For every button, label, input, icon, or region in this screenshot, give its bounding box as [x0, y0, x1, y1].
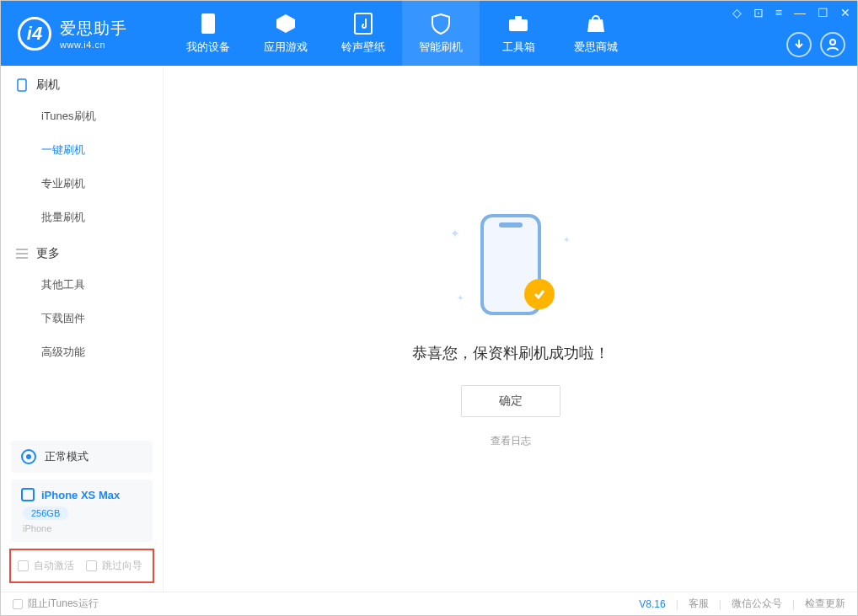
svg-rect-3 — [515, 16, 522, 19]
sparkle-icon: ✦ — [450, 227, 460, 240]
shield-icon — [430, 13, 452, 35]
phone-icon — [21, 488, 35, 501]
app-header: i4 爱思助手 www.i4.cn 我的设备 应用游戏 铃声壁纸 智能刷机 工具… — [1, 1, 857, 66]
svg-point-4 — [830, 40, 835, 45]
version-label: V8.16 — [639, 598, 665, 610]
sidebar-section-flash: 刷机 — [1, 66, 163, 99]
maximize-button[interactable]: ☐ — [818, 6, 829, 19]
sidebar-item-other-tools[interactable]: 其他工具 — [41, 268, 163, 302]
checkbox-skip-guide[interactable]: 跳过向导 — [86, 559, 142, 573]
checkbox-row-highlighted: 自动激活 跳过向导 — [9, 549, 154, 583]
toolbox-icon — [507, 13, 529, 35]
close-button[interactable]: ✕ — [840, 6, 850, 19]
svg-rect-2 — [509, 19, 528, 31]
sidebar-section-more: 更多 — [1, 234, 163, 268]
user-button[interactable] — [820, 32, 845, 57]
check-badge-icon — [524, 279, 555, 309]
device-name: iPhone XS Max — [41, 489, 120, 501]
mode-icon — [21, 449, 36, 464]
sidebar-items-more: 其他工具 下载固件 高级功能 — [1, 268, 163, 369]
check-update-link[interactable]: 检查更新 — [805, 597, 845, 611]
footer-left: 阻止iTunes运行 — [13, 597, 99, 611]
svg-rect-5 — [18, 79, 26, 91]
sidebar: 刷机 iTunes刷机 一键刷机 专业刷机 批量刷机 更多 其他工具 下载固件 … — [1, 66, 164, 592]
tab-label: 应用游戏 — [264, 40, 308, 55]
checkbox-icon — [13, 599, 23, 609]
app-name: 爱思助手 — [60, 18, 127, 40]
window-controls: ◇ ⊡ ≡ — ☐ ✕ — [732, 6, 850, 19]
sidebar-item-batch-flash[interactable]: 批量刷机 — [41, 201, 163, 234]
sparkle-icon: ✦ — [457, 293, 464, 303]
checkbox-block-itunes[interactable]: 阻止iTunes运行 — [13, 597, 99, 611]
footer: 阻止iTunes运行 V8.16 | 客服 | 微信公众号 | 检查更新 — [1, 592, 857, 615]
success-message: 恭喜您，保资料刷机成功啦！ — [412, 343, 609, 363]
sidebar-item-itunes-flash[interactable]: iTunes刷机 — [41, 99, 163, 133]
tab-apps-games[interactable]: 应用游戏 — [247, 1, 324, 66]
success-illustration: ✦ ✦ ✦ — [426, 210, 595, 319]
sidebar-item-advanced[interactable]: 高级功能 — [41, 335, 163, 369]
tab-ringtone-wallpaper[interactable]: 铃声壁纸 — [324, 1, 402, 66]
ok-button[interactable]: 确定 — [461, 385, 560, 417]
separator: | — [792, 598, 795, 610]
bag-icon — [585, 13, 607, 35]
phone-outline-icon — [16, 79, 28, 91]
section-title: 更多 — [36, 246, 60, 261]
checkbox-label: 跳过向导 — [102, 559, 142, 573]
shirt-icon[interactable]: ◇ — [732, 6, 742, 19]
tab-label: 智能刷机 — [419, 40, 463, 55]
tab-smart-flash[interactable]: 智能刷机 — [402, 1, 480, 66]
footer-right: V8.16 | 客服 | 微信公众号 | 检查更新 — [639, 597, 845, 611]
tab-label: 铃声壁纸 — [341, 40, 385, 55]
lock-icon[interactable]: ⊡ — [753, 6, 764, 19]
customer-service-link[interactable]: 客服 — [689, 597, 709, 611]
app-url: www.i4.cn — [60, 40, 127, 50]
separator: | — [676, 598, 678, 610]
device-icon — [197, 13, 219, 35]
device-type: iPhone — [23, 523, 142, 533]
music-icon — [352, 13, 374, 35]
tab-toolbox[interactable]: 工具箱 — [480, 1, 557, 66]
view-log-link[interactable]: 查看日志 — [491, 434, 531, 448]
storage-badge: 256GB — [23, 506, 68, 520]
download-button[interactable] — [786, 32, 812, 57]
logo-area: i4 爱思助手 www.i4.cn — [1, 17, 169, 51]
tab-label: 工具箱 — [502, 40, 535, 55]
checkbox-icon — [18, 560, 29, 571]
sidebar-item-pro-flash[interactable]: 专业刷机 — [41, 167, 163, 201]
menu-icon[interactable]: ≡ — [775, 6, 782, 19]
cube-icon — [275, 13, 297, 35]
sidebar-item-download-firmware[interactable]: 下载固件 — [41, 302, 163, 335]
checkbox-label: 自动激活 — [34, 559, 74, 573]
tab-store[interactable]: 爱思商城 — [557, 1, 635, 66]
wechat-link[interactable]: 微信公众号 — [732, 597, 782, 611]
sidebar-bottom: 正常模式 iPhone XS Max 256GB iPhone 自动激活 跳过向… — [1, 434, 163, 592]
svg-rect-1 — [355, 13, 372, 34]
mode-label: 正常模式 — [45, 449, 88, 464]
minimize-button[interactable]: — — [794, 6, 806, 19]
checkbox-icon — [86, 560, 97, 571]
sidebar-items-flash: iTunes刷机 一键刷机 专业刷机 批量刷机 — [1, 99, 163, 234]
logo-text: 爱思助手 www.i4.cn — [60, 18, 127, 50]
nav-tabs: 我的设备 应用游戏 铃声壁纸 智能刷机 工具箱 爱思商城 — [169, 1, 635, 66]
sparkle-icon: ✦ — [563, 235, 570, 244]
tab-my-device[interactable]: 我的设备 — [169, 1, 247, 66]
mode-card[interactable]: 正常模式 — [11, 441, 153, 473]
checkbox-label: 阻止iTunes运行 — [28, 597, 99, 611]
svg-rect-0 — [201, 13, 215, 34]
logo-icon: i4 — [18, 17, 51, 51]
sidebar-item-onekey-flash[interactable]: 一键刷机 — [41, 133, 163, 167]
body: 刷机 iTunes刷机 一键刷机 专业刷机 批量刷机 更多 其他工具 下载固件 … — [1, 66, 857, 592]
header-actions — [786, 32, 845, 57]
list-icon — [16, 248, 28, 260]
tab-label: 爱思商城 — [574, 40, 618, 55]
section-title: 刷机 — [36, 78, 60, 93]
main-content: ✦ ✦ ✦ 恭喜您，保资料刷机成功啦！ 确定 查看日志 — [164, 66, 857, 592]
tab-label: 我的设备 — [186, 40, 230, 55]
device-card[interactable]: iPhone XS Max 256GB iPhone — [11, 479, 153, 542]
separator: | — [719, 598, 721, 610]
checkbox-auto-activate[interactable]: 自动激活 — [18, 559, 74, 573]
